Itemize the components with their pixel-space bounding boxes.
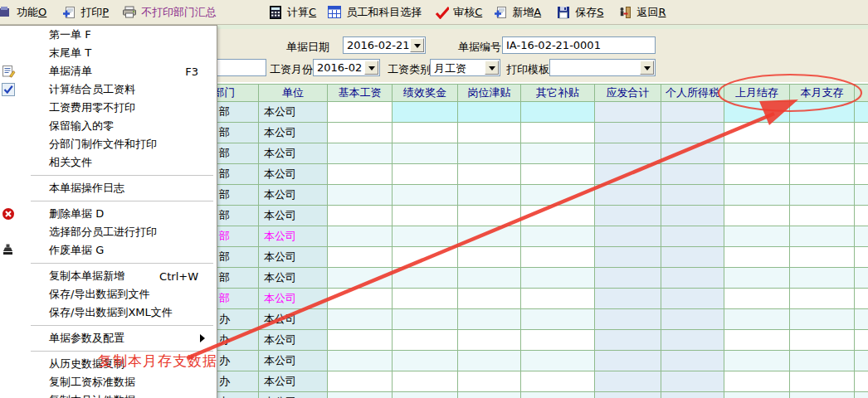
- table-cell[interactable]: [661, 371, 724, 392]
- table-cell[interactable]: [393, 185, 458, 206]
- table-cell[interactable]: 本公司: [259, 392, 328, 398]
- table-cell[interactable]: [661, 247, 724, 268]
- table-cell[interactable]: [724, 392, 790, 398]
- table-cell[interactable]: [724, 123, 790, 143]
- print-template-dropdown-icon[interactable]: [640, 61, 654, 75]
- table-cell[interactable]: [521, 268, 595, 289]
- table-cell[interactable]: [458, 247, 521, 268]
- table-cell[interactable]: [855, 164, 868, 185]
- table-cell[interactable]: [521, 309, 595, 330]
- table-cell[interactable]: [790, 226, 855, 247]
- menu-item-dept-file-and-print[interactable]: 分部门制作文件和打印: [0, 135, 217, 153]
- table-cell[interactable]: [328, 371, 393, 392]
- menu-item-copy-salary-standard[interactable]: 复制工资标准数据: [0, 373, 217, 391]
- table-cell[interactable]: 本公司: [259, 268, 328, 289]
- table-cell[interactable]: [458, 330, 521, 351]
- table-cell[interactable]: [855, 268, 868, 289]
- table-cell[interactable]: [724, 206, 790, 226]
- table-cell[interactable]: [724, 226, 790, 247]
- table-cell[interactable]: [855, 143, 868, 164]
- table-cell[interactable]: [458, 102, 521, 123]
- table-cell[interactable]: [458, 164, 521, 185]
- table-cell[interactable]: [724, 309, 790, 330]
- table-cell[interactable]: [661, 206, 724, 226]
- employee-subject-select-button[interactable]: 员工和科目选择: [325, 3, 423, 22]
- table-cell[interactable]: [855, 185, 868, 206]
- salary-type-combo[interactable]: 月工资: [430, 59, 500, 76]
- table-cell[interactable]: [521, 330, 595, 351]
- table-cell[interactable]: [855, 226, 868, 247]
- table-cell[interactable]: [393, 289, 458, 309]
- table-cell[interactable]: 本公司: [259, 206, 328, 226]
- table-cell[interactable]: [458, 268, 521, 289]
- table-cell[interactable]: [521, 143, 595, 164]
- table-cell[interactable]: [724, 330, 790, 351]
- table-cell[interactable]: [661, 164, 724, 185]
- table-cell[interactable]: [790, 143, 855, 164]
- table-cell[interactable]: [790, 206, 855, 226]
- table-cell[interactable]: [661, 351, 724, 371]
- table-cell[interactable]: 本公司: [259, 289, 328, 309]
- table-cell[interactable]: [724, 371, 790, 392]
- table-cell[interactable]: [393, 123, 458, 143]
- return-button[interactable]: 返回R: [616, 3, 667, 22]
- table-cell[interactable]: [855, 102, 868, 123]
- menu-item-doc-list[interactable]: 单据清单F3: [0, 62, 217, 80]
- salary-month-combo[interactable]: 2016-02: [313, 59, 380, 76]
- table-cell[interactable]: [595, 185, 661, 206]
- menu-item-void-doc[interactable]: 作废单据 G: [0, 241, 217, 260]
- salary-month-dropdown-icon[interactable]: [364, 61, 378, 75]
- menu-item-copy-piecework-data[interactable]: 复制本月计件数据: [0, 391, 217, 398]
- menu-item-copy-doc-as-new[interactable]: 复制本单据新增Ctrl+W: [0, 267, 217, 285]
- table-cell[interactable]: [521, 185, 595, 206]
- table-cell[interactable]: [595, 247, 661, 268]
- table-cell[interactable]: [458, 185, 521, 206]
- table-cell[interactable]: 本公司: [259, 371, 328, 392]
- table-cell[interactable]: [393, 392, 458, 398]
- table-cell[interactable]: [724, 143, 790, 164]
- table-cell[interactable]: [595, 330, 661, 351]
- table-cell[interactable]: [661, 102, 724, 123]
- menu-item-select-employees-print[interactable]: 选择部分员工进行打印: [0, 223, 217, 241]
- table-cell[interactable]: 本公司: [259, 330, 328, 351]
- table-cell[interactable]: [661, 309, 724, 330]
- table-cell[interactable]: [393, 102, 458, 123]
- table-cell[interactable]: [661, 123, 724, 143]
- table-cell[interactable]: [790, 247, 855, 268]
- table-cell[interactable]: [724, 268, 790, 289]
- table-cell[interactable]: [393, 330, 458, 351]
- table-cell[interactable]: [724, 164, 790, 185]
- table-cell[interactable]: 本公司: [259, 123, 328, 143]
- table-cell[interactable]: [790, 102, 855, 123]
- table-cell[interactable]: [458, 351, 521, 371]
- menu-item-export-data-to-file[interactable]: 保存/导出数据到文件: [0, 285, 217, 303]
- table-cell[interactable]: [595, 351, 661, 371]
- table-cell[interactable]: [458, 371, 521, 392]
- table-cell[interactable]: [724, 289, 790, 309]
- print-template-combo[interactable]: [549, 59, 656, 76]
- table-cell[interactable]: [595, 289, 661, 309]
- table-cell[interactable]: [790, 123, 855, 143]
- table-cell[interactable]: [855, 206, 868, 226]
- table-cell[interactable]: [595, 102, 661, 123]
- table-cell[interactable]: [790, 392, 855, 398]
- menu-item-export-data-to-xml[interactable]: 保存/导出数据到XML文件: [0, 303, 217, 322]
- table-cell[interactable]: [393, 309, 458, 330]
- table-cell[interactable]: [328, 309, 393, 330]
- table-cell[interactable]: 本公司: [259, 143, 328, 164]
- save-button[interactable]: 保存S: [554, 3, 605, 22]
- table-cell[interactable]: [855, 309, 868, 330]
- table-cell[interactable]: [458, 289, 521, 309]
- table-cell[interactable]: [521, 247, 595, 268]
- table-cell[interactable]: [328, 351, 393, 371]
- table-cell[interactable]: [458, 226, 521, 247]
- table-cell[interactable]: [328, 123, 393, 143]
- table-cell[interactable]: [855, 289, 868, 309]
- table-cell[interactable]: [790, 309, 855, 330]
- table-cell[interactable]: [790, 330, 855, 351]
- print-button[interactable]: 打印P: [60, 3, 110, 22]
- table-cell[interactable]: [595, 143, 661, 164]
- table-cell[interactable]: [724, 247, 790, 268]
- table-cell[interactable]: [328, 330, 393, 351]
- table-cell[interactable]: [661, 392, 724, 398]
